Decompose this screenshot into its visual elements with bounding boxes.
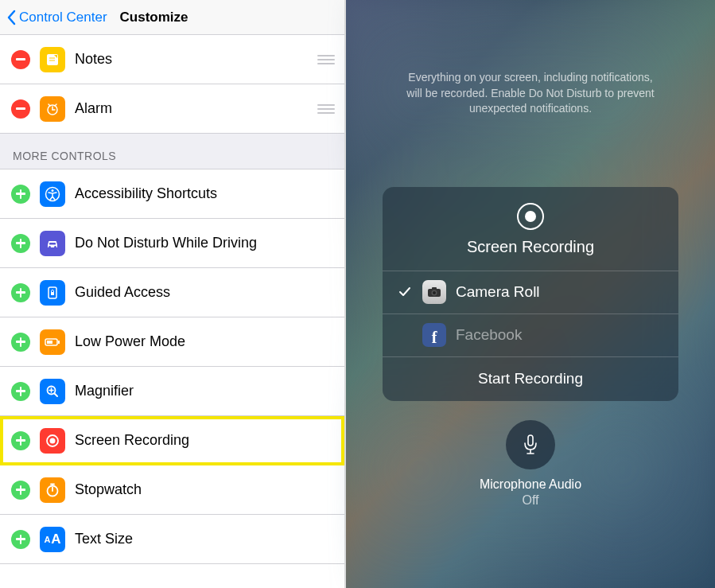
- row-label: Notes: [75, 51, 317, 68]
- nav-bar: Control Center Customize: [0, 0, 344, 35]
- included-controls-list: Notes Alarm: [0, 35, 344, 134]
- destination-label: Camera Roll: [456, 283, 540, 301]
- battery-icon: [40, 329, 65, 355]
- add-button[interactable]: [11, 333, 30, 352]
- row-label: Stopwatch: [75, 481, 335, 498]
- text-size-icon: AA: [40, 527, 65, 552]
- svg-point-30: [433, 291, 436, 294]
- add-button[interactable]: [11, 530, 30, 549]
- notes-icon: [40, 47, 65, 72]
- settings-customize-panel: Control Center Customize Notes Alarm MOR…: [0, 0, 346, 588]
- more-item-dnd-driving[interactable]: Do Not Disturb While Driving: [0, 219, 344, 268]
- checkmark-icon: [397, 286, 413, 298]
- remove-button[interactable]: [11, 99, 30, 119]
- svg-rect-32: [528, 435, 533, 446]
- more-item-guided-access[interactable]: Guided Access: [0, 268, 344, 317]
- drag-handle-icon[interactable]: [317, 104, 335, 114]
- add-button[interactable]: [11, 234, 30, 253]
- car-icon: [40, 231, 65, 256]
- microphone-toggle-button[interactable]: [506, 420, 555, 469]
- remove-button[interactable]: [11, 50, 30, 69]
- add-button[interactable]: [11, 283, 30, 302]
- svg-rect-12: [49, 243, 56, 245]
- row-label: Do Not Disturb While Driving: [75, 235, 335, 251]
- section-header: MORE CONTROLS: [0, 134, 344, 169]
- record-icon: [517, 203, 544, 230]
- row-label: Alarm: [75, 100, 317, 117]
- add-button[interactable]: [11, 185, 30, 204]
- record-icon: [40, 428, 65, 454]
- camera-roll-icon: [422, 280, 446, 304]
- svg-rect-14: [51, 292, 54, 295]
- chevron-left-icon: [6, 10, 16, 25]
- svg-rect-16: [58, 341, 60, 344]
- start-recording-button[interactable]: Start Recording: [383, 356, 678, 401]
- more-controls-section: MORE CONTROLS Accessibility Shortcuts Do…: [0, 134, 344, 564]
- microphone-icon: [521, 434, 540, 456]
- more-item-magnifier[interactable]: Magnifier: [0, 367, 344, 416]
- svg-rect-31: [432, 287, 437, 290]
- drag-handle-icon[interactable]: [317, 55, 335, 64]
- recording-disclaimer: Everything on your screen, including not…: [403, 70, 658, 117]
- row-label: Screen Recording: [75, 432, 335, 449]
- accessibility-icon: [40, 181, 65, 207]
- destination-facebook[interactable]: f Facebook: [383, 313, 678, 356]
- svg-point-23: [50, 438, 56, 443]
- row-label: Guided Access: [75, 284, 335, 301]
- microphone-label: Microphone Audio: [480, 477, 581, 492]
- more-item-low-power[interactable]: Low Power Mode: [0, 317, 344, 367]
- destination-camera-roll[interactable]: Camera Roll: [383, 271, 678, 313]
- microphone-section: Microphone Audio Off: [480, 420, 581, 508]
- row-label: Text Size: [75, 531, 335, 547]
- svg-rect-17: [47, 341, 52, 344]
- svg-point-9: [52, 189, 54, 192]
- action-label: Start Recording: [478, 370, 583, 387]
- add-button[interactable]: [11, 481, 30, 500]
- card-title: Screen Recording: [383, 238, 678, 256]
- svg-point-10: [49, 246, 51, 248]
- svg-line-19: [55, 393, 58, 396]
- magnifier-icon: [40, 379, 65, 404]
- more-item-screen-recording[interactable]: Screen Recording: [0, 416, 344, 465]
- svg-line-7: [55, 104, 56, 106]
- microphone-status: Off: [480, 493, 581, 508]
- stopwatch-icon: [40, 477, 65, 503]
- back-label: Control Center: [19, 10, 107, 25]
- svg-point-11: [54, 246, 56, 248]
- add-button[interactable]: [11, 431, 30, 450]
- card-header: Screen Recording: [383, 187, 678, 271]
- svg-line-6: [49, 104, 50, 106]
- page-title: Customize: [120, 10, 188, 25]
- row-label: Magnifier: [75, 383, 335, 399]
- row-label: Low Power Mode: [75, 333, 335, 350]
- row-label: Accessibility Shortcuts: [75, 185, 335, 202]
- control-center-3d-touch-panel: Everything on your screen, including not…: [346, 0, 715, 588]
- more-item-stopwatch[interactable]: Stopwatch: [0, 465, 344, 515]
- facebook-icon: f: [422, 323, 446, 347]
- included-item-notes[interactable]: Notes: [0, 35, 344, 84]
- alarm-icon: [40, 96, 65, 122]
- back-button[interactable]: Control Center: [6, 10, 107, 25]
- more-item-accessibility[interactable]: Accessibility Shortcuts: [0, 169, 344, 219]
- lock-icon: [40, 280, 65, 306]
- more-controls-list: Accessibility Shortcuts Do Not Disturb W…: [0, 169, 344, 564]
- add-button[interactable]: [11, 382, 30, 401]
- included-item-alarm[interactable]: Alarm: [0, 84, 344, 134]
- destination-label: Facebook: [456, 326, 522, 344]
- screen-recording-card: Screen Recording Camera Roll f Facebook …: [383, 187, 678, 401]
- more-item-text-size[interactable]: AA Text Size: [0, 515, 344, 564]
